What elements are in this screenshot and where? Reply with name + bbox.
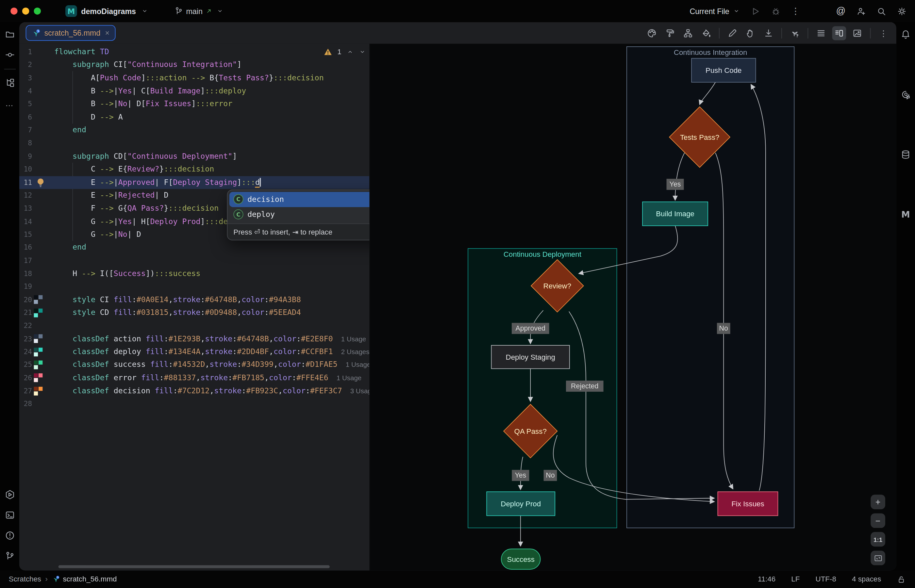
code-line[interactable]: 3 A[Push Code]:::action --> B{Tests Pass… — [19, 71, 369, 85]
more-tools-icon[interactable]: … — [2, 96, 17, 111]
git-tool-icon[interactable] — [2, 548, 17, 564]
project-widget[interactable]: M demoDiagrams — [65, 5, 148, 17]
project-tool-icon[interactable] — [2, 27, 17, 42]
inspections-widget[interactable]: 1 — [320, 47, 369, 57]
usage-hint[interactable]: 3 Usages — [350, 388, 370, 394]
paint-roller-icon[interactable] — [663, 26, 677, 40]
editor-only-view-icon[interactable] — [814, 26, 828, 40]
caret-position[interactable]: 11:46 — [758, 575, 776, 583]
indent-setting[interactable]: 4 spaces — [852, 575, 881, 583]
color-chip[interactable] — [39, 386, 43, 391]
services-tool-icon[interactable] — [2, 487, 17, 502]
notifications-bell-icon[interactable] — [898, 27, 913, 42]
ai-chat-tool-icon[interactable] — [898, 87, 913, 102]
code-line[interactable]: 7 end — [19, 124, 369, 137]
run-icon[interactable] — [750, 6, 760, 16]
code-line[interactable]: 6 D --> A — [19, 111, 369, 124]
diagram-node-D[interactable]: Fix Issues — [718, 492, 778, 515]
settings-gear-icon[interactable] — [897, 6, 907, 16]
next-problem-chevron-icon[interactable] — [359, 48, 366, 55]
usage-hint[interactable]: 1 Usage — [341, 335, 366, 342]
color-chip[interactable] — [34, 365, 38, 370]
code-line[interactable]: 20 style CI fill:#0A0E14,stroke:#64748B,… — [19, 293, 369, 307]
color-chip[interactable] — [39, 373, 43, 378]
diagram-node-F[interactable]: Deploy Staging — [491, 345, 570, 368]
ai-assistant-icon[interactable]: @ — [836, 6, 845, 16]
color-chip[interactable] — [34, 373, 38, 378]
code-line[interactable]: 23 classDef action fill:#1E293B,stroke:#… — [19, 332, 369, 345]
diagram-node-C[interactable]: Build Image — [642, 202, 708, 226]
code-editor[interactable]: 1flowchart TD2 subgraph CI["Continuous I… — [19, 44, 369, 570]
database-tool-icon[interactable] — [898, 147, 913, 162]
terminal-tool-icon[interactable] — [2, 508, 17, 523]
code-line[interactable]: 4 B -->|Yes| C[Build Image]:::deploy — [19, 85, 369, 98]
line-separator[interactable]: LF — [791, 575, 800, 583]
search-icon[interactable] — [876, 6, 886, 16]
color-chip[interactable] — [34, 352, 38, 356]
breadcrumb-root[interactable]: Scratches — [9, 575, 41, 583]
code-line[interactable]: 5 B -->|No| D[Fix Issues]:::error — [19, 98, 369, 111]
structure-tool-icon[interactable] — [2, 75, 17, 90]
prev-problem-chevron-icon[interactable] — [347, 48, 354, 55]
diagram-node-H[interactable]: Deploy Prod — [487, 492, 555, 515]
code-line[interactable]: 26 classDef error fill:#881337,stroke:#F… — [19, 372, 369, 384]
fit-content-button[interactable] — [871, 551, 885, 565]
horizontal-scrollbar[interactable] — [58, 565, 330, 568]
color-chip[interactable] — [34, 378, 38, 383]
color-palette-icon[interactable] — [645, 26, 659, 40]
mermaid-tool-icon[interactable]: M — [898, 207, 913, 222]
code-line[interactable]: 1flowchart TD — [19, 45, 369, 58]
color-chip[interactable] — [34, 347, 38, 352]
code-line[interactable]: 16 end — [19, 241, 369, 254]
code-line[interactable]: 24 classDef deploy fill:#134E4A,stroke:#… — [19, 345, 369, 359]
color-chip[interactable] — [39, 295, 43, 300]
color-chip[interactable] — [34, 334, 38, 339]
code-line[interactable]: 28 — [19, 397, 369, 410]
tab-close-icon[interactable]: × — [105, 29, 110, 37]
preview-only-view-icon[interactable] — [850, 26, 864, 40]
intention-bulb-icon[interactable] — [37, 178, 44, 187]
usage-hint[interactable]: 1 Usage — [346, 361, 370, 368]
completion-item[interactable]: CdeployCSS class — [230, 207, 370, 222]
usage-hint[interactable]: 1 Usage — [336, 374, 362, 381]
edit-pencil-icon[interactable] — [726, 26, 739, 40]
split-view-icon[interactable] — [832, 26, 846, 40]
color-chip[interactable] — [39, 360, 43, 365]
problems-tool-icon[interactable] — [2, 528, 17, 543]
code-line[interactable]: 17 — [19, 254, 369, 267]
code-line[interactable]: 21 style CD fill:#031815,stroke:#0D9488,… — [19, 307, 369, 320]
color-chip[interactable] — [34, 313, 38, 317]
code-line[interactable]: 2 subgraph CI["Continuous Integration"] — [19, 58, 369, 71]
tab-scratch-file[interactable]: scratch_56.mmd × — [26, 25, 115, 41]
code-with-me-icon[interactable] — [856, 6, 866, 16]
color-chip[interactable] — [34, 339, 38, 343]
color-chip[interactable] — [34, 360, 38, 365]
code-line[interactable]: 8 — [19, 137, 369, 150]
code-line[interactable]: 18 H --> I([Success]):::success — [19, 267, 369, 280]
toolbar-more-icon[interactable]: ⋮ — [876, 26, 891, 40]
commit-tool-icon[interactable] — [2, 47, 17, 62]
usage-hint[interactable]: 2 Usages — [341, 348, 370, 355]
actual-size-button[interactable]: 1:1 — [871, 532, 885, 547]
color-chip[interactable] — [39, 309, 43, 313]
color-chip[interactable] — [34, 309, 38, 313]
layout-structure-icon[interactable] — [681, 26, 695, 40]
code-line[interactable]: 25 classDef success fill:#14532D,stroke:… — [19, 359, 369, 372]
debug-icon[interactable] — [771, 6, 780, 16]
zoom-in-button[interactable]: + — [871, 494, 885, 509]
completion-item[interactable]: CdecisionCSS class — [230, 192, 370, 207]
code-line[interactable]: 27 classDef decision fill:#7C2D12,stroke… — [19, 384, 369, 397]
diagram-node-A[interactable]: Push Code — [692, 58, 755, 82]
window-minimize-button[interactable] — [22, 8, 29, 15]
window-zoom-button[interactable] — [34, 8, 41, 15]
run-configuration-selector[interactable]: Current File — [690, 7, 739, 16]
color-chip[interactable] — [39, 334, 43, 339]
color-chip[interactable] — [34, 295, 38, 300]
color-chip[interactable] — [34, 386, 38, 391]
breadcrumb-file[interactable]: scratch_56.mmd — [52, 575, 117, 583]
pan-hand-icon[interactable] — [744, 26, 758, 40]
fill-bucket-icon[interactable] — [699, 26, 713, 40]
code-line[interactable]: 10 C --> E{Review?}:::decision — [19, 163, 369, 176]
export-download-icon[interactable] — [761, 26, 776, 40]
more-actions-icon[interactable]: ⋮ — [791, 6, 800, 16]
